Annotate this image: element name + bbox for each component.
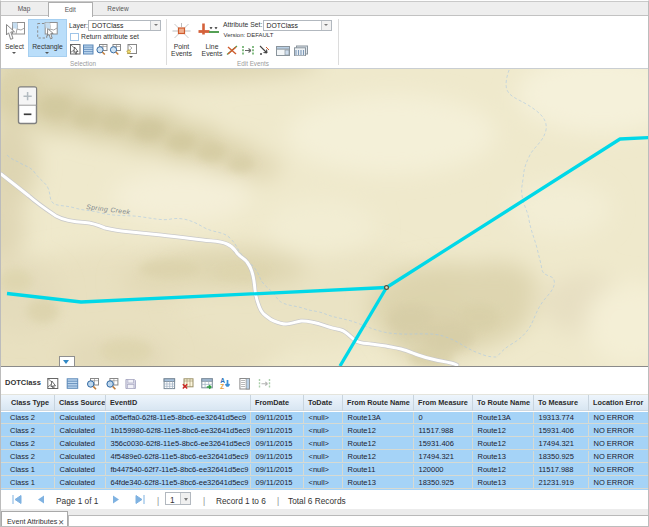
svg-text:Z: Z [220,383,224,390]
